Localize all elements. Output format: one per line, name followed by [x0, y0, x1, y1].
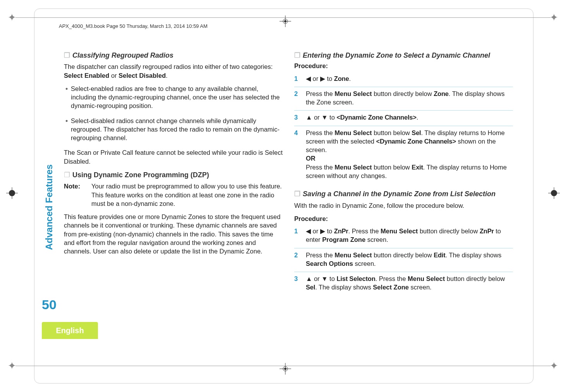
step-number: 1	[294, 227, 302, 244]
language-tab: English	[42, 322, 98, 339]
step: 1 ◀ or ▶ to ZnPr. Press the Menu Select …	[294, 224, 513, 248]
left-column: ❐Classifying Regrouped Radios The dispat…	[60, 48, 283, 354]
step-number: 4	[294, 128, 302, 180]
corner-star-icon: ✦	[5, 11, 19, 24]
procedure-steps: 1 ◀ or ▶ to Zone. 2 Press the Menu Selec…	[294, 72, 513, 184]
note-block: Note: Your radio must be preprogrammed t…	[64, 182, 283, 208]
step: 2 Press the Menu Select button directly …	[294, 87, 513, 111]
step: 2 Press the Menu Select button directly …	[294, 248, 513, 272]
section-heading: ❐Using Dynamic Zone Programming (DZP)	[64, 170, 283, 180]
step: 3 ▲ or ▼ to List Selecton. Press the Men…	[294, 272, 513, 296]
list-item: Select-enabled radios are free to change…	[64, 84, 283, 110]
paragraph: The dispatcher can classify regrouped ra…	[64, 62, 283, 80]
note-label: Note:	[64, 182, 85, 208]
page-number: 50	[42, 297, 57, 312]
step-number: 3	[294, 274, 302, 292]
list-item: Select-disabled radios cannot change cha…	[64, 116, 283, 142]
paragraph: With the radio in Dynamic Zone, follow t…	[294, 201, 513, 210]
corner-star-icon: ✦	[547, 359, 561, 372]
section-heading: ❐Entering the Dynamic Zone to Select a D…	[294, 51, 513, 60]
step-number: 2	[294, 251, 302, 268]
crosshair-icon	[279, 362, 292, 375]
page-content: ❐Classifying Regrouped Radios The dispat…	[60, 48, 513, 354]
step: 4 Press the Menu Select button below Sel…	[294, 126, 513, 184]
note-icon: ❐	[294, 51, 300, 59]
crosshair-icon	[279, 15, 292, 28]
step: 3 ▲ or ▼ to <Dynamic Zone Channels>.	[294, 111, 513, 126]
side-tab-label: Advanced Features	[42, 163, 57, 252]
procedure-label: Procedure:	[294, 214, 513, 223]
section-heading: ❐Saving a Channel in the Dynamic Zone fr…	[294, 189, 513, 199]
note-body: Your radio must be preprogrammed to allo…	[91, 182, 283, 208]
running-header: APX_4000_M3.book Page 50 Thursday, March…	[59, 23, 208, 29]
section-heading: ❐Classifying Regrouped Radios	[64, 51, 283, 60]
note-icon: ❐	[64, 51, 70, 59]
procedure-steps: 1 ◀ or ▶ to ZnPr. Press the Menu Select …	[294, 224, 513, 296]
step: 1 ◀ or ▶ to Zone.	[294, 72, 513, 87]
right-column: ❐Entering the Dynamic Zone to Select a D…	[294, 48, 513, 354]
note-icon: ❐	[294, 190, 300, 198]
procedure-label: Procedure:	[294, 62, 513, 70]
paragraph: This feature provides one or more Dynami…	[64, 212, 283, 255]
crosshair-icon	[5, 187, 19, 200]
bullet-list: Select-enabled radios are free to change…	[64, 84, 283, 142]
step-number: 2	[294, 89, 302, 107]
corner-star-icon: ✦	[547, 11, 561, 24]
note-icon: ❐	[64, 171, 70, 179]
crosshair-icon	[547, 187, 561, 200]
corner-star-icon: ✦	[5, 359, 19, 372]
step-number: 3	[294, 113, 302, 122]
step-number: 1	[294, 74, 302, 83]
paragraph: The Scan or Private Call feature cannot …	[64, 148, 283, 166]
